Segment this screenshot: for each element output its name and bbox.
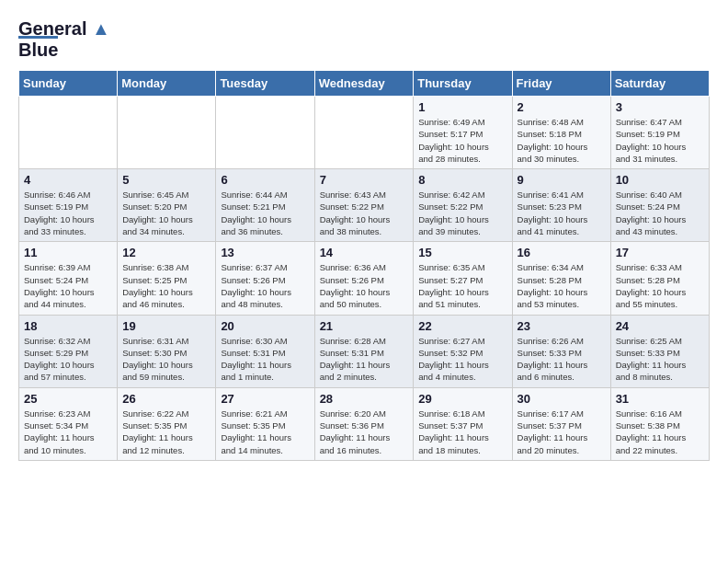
calendar-cell: 12Sunrise: 6:38 AM Sunset: 5:25 PM Dayli… — [118, 242, 216, 315]
calendar-cell: 29Sunrise: 6:18 AM Sunset: 5:37 PM Dayli… — [414, 387, 512, 460]
calendar-cell: 17Sunrise: 6:33 AM Sunset: 5:28 PM Dayli… — [610, 242, 709, 315]
day-number: 16 — [518, 246, 606, 259]
calendar-table: SundayMondayTuesdayWednesdayThursdayFrid… — [18, 70, 710, 461]
day-info: Sunrise: 6:42 AM Sunset: 5:22 PM Dayligh… — [418, 189, 506, 237]
day-number: 17 — [616, 246, 704, 259]
calendar-cell: 5Sunrise: 6:45 AM Sunset: 5:20 PM Daylig… — [118, 169, 216, 242]
day-info: Sunrise: 6:47 AM Sunset: 5:19 PM Dayligh… — [616, 116, 704, 165]
calendar-cell: 2Sunrise: 6:48 AM Sunset: 5:18 PM Daylig… — [512, 97, 610, 169]
day-number: 5 — [122, 173, 210, 187]
calendar-cell: 10Sunrise: 6:40 AM Sunset: 5:24 PM Dayli… — [610, 169, 709, 242]
day-info: Sunrise: 6:26 AM Sunset: 5:33 PM Dayligh… — [518, 335, 606, 384]
day-number: 4 — [24, 173, 112, 187]
calendar-cell: 25Sunrise: 6:23 AM Sunset: 5:34 PM Dayli… — [19, 387, 118, 460]
day-info: Sunrise: 6:33 AM Sunset: 5:28 PM Dayligh… — [616, 261, 704, 310]
day-number: 22 — [418, 319, 506, 333]
column-header-thursday: Thursday — [414, 71, 512, 97]
calendar-cell: 7Sunrise: 6:43 AM Sunset: 5:22 PM Daylig… — [314, 169, 414, 242]
day-info: Sunrise: 6:25 AM Sunset: 5:33 PM Dayligh… — [616, 335, 704, 384]
calendar-cell: 28Sunrise: 6:20 AM Sunset: 5:36 PM Dayli… — [314, 387, 414, 460]
day-info: Sunrise: 6:46 AM Sunset: 5:19 PM Dayligh… — [24, 189, 112, 237]
day-info: Sunrise: 6:44 AM Sunset: 5:21 PM Dayligh… — [221, 189, 309, 237]
calendar-cell: 26Sunrise: 6:22 AM Sunset: 5:35 PM Dayli… — [118, 387, 216, 460]
day-info: Sunrise: 6:49 AM Sunset: 5:17 PM Dayligh… — [418, 116, 506, 165]
day-number: 25 — [24, 392, 112, 406]
calendar-cell: 3Sunrise: 6:47 AM Sunset: 5:19 PM Daylig… — [610, 97, 709, 169]
day-number: 6 — [221, 173, 309, 187]
day-number: 27 — [221, 392, 309, 406]
day-info: Sunrise: 6:16 AM Sunset: 5:38 PM Dayligh… — [616, 408, 704, 456]
day-number: 23 — [518, 319, 606, 333]
calendar-cell: 15Sunrise: 6:35 AM Sunset: 5:27 PM Dayli… — [414, 242, 512, 315]
day-number: 8 — [418, 173, 506, 187]
day-info: Sunrise: 6:45 AM Sunset: 5:20 PM Dayligh… — [122, 189, 210, 237]
day-number: 2 — [518, 100, 606, 114]
day-number: 28 — [320, 392, 409, 406]
day-info: Sunrise: 6:39 AM Sunset: 5:24 PM Dayligh… — [24, 261, 112, 310]
day-info: Sunrise: 6:32 AM Sunset: 5:29 PM Dayligh… — [24, 335, 112, 384]
column-header-wednesday: Wednesday — [314, 71, 414, 97]
calendar-cell: 14Sunrise: 6:36 AM Sunset: 5:26 PM Dayli… — [314, 242, 414, 315]
day-info: Sunrise: 6:48 AM Sunset: 5:18 PM Dayligh… — [518, 116, 606, 165]
calendar-header-row: SundayMondayTuesdayWednesdayThursdayFrid… — [19, 71, 710, 97]
day-info: Sunrise: 6:17 AM Sunset: 5:37 PM Dayligh… — [518, 408, 606, 456]
day-info: Sunrise: 6:30 AM Sunset: 5:31 PM Dayligh… — [221, 335, 309, 384]
day-number: 15 — [418, 246, 506, 259]
day-info: Sunrise: 6:31 AM Sunset: 5:30 PM Dayligh… — [122, 335, 210, 384]
day-number: 12 — [122, 246, 210, 259]
day-info: Sunrise: 6:41 AM Sunset: 5:23 PM Dayligh… — [518, 189, 606, 237]
calendar-header: SundayMondayTuesdayWednesdayThursdayFrid… — [19, 71, 710, 97]
day-number: 21 — [320, 319, 409, 333]
day-info: Sunrise: 6:28 AM Sunset: 5:31 PM Dayligh… — [320, 335, 409, 384]
day-number: 18 — [24, 319, 112, 333]
day-info: Sunrise: 6:23 AM Sunset: 5:34 PM Dayligh… — [24, 408, 112, 456]
calendar-cell: 6Sunrise: 6:44 AM Sunset: 5:21 PM Daylig… — [216, 169, 314, 242]
day-info: Sunrise: 6:36 AM Sunset: 5:26 PM Dayligh… — [320, 261, 409, 310]
day-number: 14 — [320, 246, 409, 259]
day-number: 29 — [418, 392, 506, 406]
day-info: Sunrise: 6:37 AM Sunset: 5:26 PM Dayligh… — [221, 261, 309, 310]
calendar-week-2: 4Sunrise: 6:46 AM Sunset: 5:19 PM Daylig… — [19, 169, 710, 242]
calendar-cell: 8Sunrise: 6:42 AM Sunset: 5:22 PM Daylig… — [414, 169, 512, 242]
day-info: Sunrise: 6:22 AM Sunset: 5:35 PM Dayligh… — [122, 408, 210, 456]
calendar-cell: 30Sunrise: 6:17 AM Sunset: 5:37 PM Dayli… — [512, 387, 610, 460]
calendar-cell: 16Sunrise: 6:34 AM Sunset: 5:28 PM Dayli… — [512, 242, 610, 315]
calendar-cell: 20Sunrise: 6:30 AM Sunset: 5:31 PM Dayli… — [216, 315, 314, 387]
calendar-cell: 1Sunrise: 6:49 AM Sunset: 5:17 PM Daylig… — [414, 97, 512, 169]
calendar-cell: 23Sunrise: 6:26 AM Sunset: 5:33 PM Dayli… — [512, 315, 610, 387]
day-info: Sunrise: 6:40 AM Sunset: 5:24 PM Dayligh… — [616, 189, 704, 237]
calendar-week-1: 1Sunrise: 6:49 AM Sunset: 5:17 PM Daylig… — [19, 97, 710, 169]
day-info: Sunrise: 6:34 AM Sunset: 5:28 PM Dayligh… — [518, 261, 606, 310]
calendar-cell: 11Sunrise: 6:39 AM Sunset: 5:24 PM Dayli… — [19, 242, 118, 315]
day-info: Sunrise: 6:20 AM Sunset: 5:36 PM Dayligh… — [320, 408, 409, 456]
day-number: 7 — [320, 173, 409, 187]
logo: General ▲ Blue — [18, 18, 110, 61]
calendar-cell: 21Sunrise: 6:28 AM Sunset: 5:31 PM Dayli… — [314, 315, 414, 387]
column-header-tuesday: Tuesday — [216, 71, 314, 97]
day-number: 24 — [616, 319, 704, 333]
day-info: Sunrise: 6:43 AM Sunset: 5:22 PM Dayligh… — [320, 189, 409, 237]
day-number: 10 — [616, 173, 704, 187]
calendar-week-4: 18Sunrise: 6:32 AM Sunset: 5:29 PM Dayli… — [19, 315, 710, 387]
calendar-cell: 31Sunrise: 6:16 AM Sunset: 5:38 PM Dayli… — [610, 387, 709, 460]
day-info: Sunrise: 6:38 AM Sunset: 5:25 PM Dayligh… — [122, 261, 210, 310]
day-info: Sunrise: 6:27 AM Sunset: 5:32 PM Dayligh… — [418, 335, 506, 384]
day-info: Sunrise: 6:18 AM Sunset: 5:37 PM Dayligh… — [418, 408, 506, 456]
column-header-monday: Monday — [118, 71, 216, 97]
column-header-friday: Friday — [512, 71, 610, 97]
day-number: 1 — [418, 100, 506, 114]
day-number: 26 — [122, 392, 210, 406]
day-number: 30 — [518, 392, 606, 406]
calendar-cell: 4Sunrise: 6:46 AM Sunset: 5:19 PM Daylig… — [19, 169, 118, 242]
day-number: 20 — [221, 319, 309, 333]
calendar-cell — [19, 97, 118, 169]
page-header: General ▲ Blue — [18, 18, 710, 61]
column-header-sunday: Sunday — [19, 71, 118, 97]
day-number: 11 — [24, 246, 112, 259]
day-info: Sunrise: 6:35 AM Sunset: 5:27 PM Dayligh… — [418, 261, 506, 310]
calendar-cell: 22Sunrise: 6:27 AM Sunset: 5:32 PM Dayli… — [414, 315, 512, 387]
day-number: 9 — [518, 173, 606, 187]
day-number: 3 — [616, 100, 704, 114]
calendar-cell — [216, 97, 314, 169]
column-header-saturday: Saturday — [610, 71, 709, 97]
